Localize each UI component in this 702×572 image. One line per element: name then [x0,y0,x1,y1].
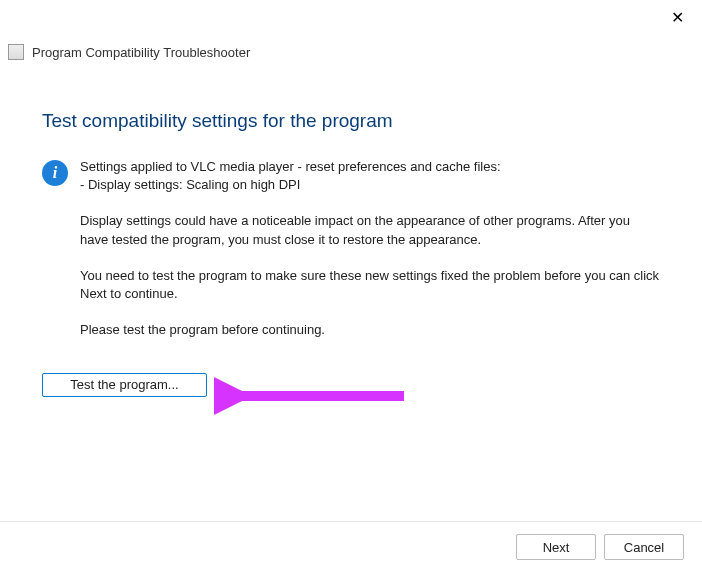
window-title: Program Compatibility Troubleshooter [32,45,250,60]
settings-line-2: - Display settings: Scaling on high DPI [80,176,660,194]
test-program-button[interactable]: Test the program... [42,373,207,397]
settings-summary: Settings applied to VLC media player - r… [80,158,660,194]
app-icon [8,44,24,60]
test-instruction: You need to test the program to make sur… [80,267,660,303]
content-area: Test compatibility settings for the prog… [42,110,660,397]
next-button[interactable]: Next [516,534,596,560]
info-icon: i [42,160,68,186]
test-prompt: Please test the program before continuin… [80,321,660,339]
cancel-button[interactable]: Cancel [604,534,684,560]
page-heading: Test compatibility settings for the prog… [42,110,660,132]
annotation-arrow [214,376,414,416]
window-header: Program Compatibility Troubleshooter [8,44,250,60]
display-warning: Display settings could have a noticeable… [80,212,660,248]
info-text: Settings applied to VLC media player - r… [80,158,660,357]
info-icon-glyph: i [53,165,57,181]
info-row: i Settings applied to VLC media player -… [42,158,660,357]
settings-line-1: Settings applied to VLC media player - r… [80,158,660,176]
close-button[interactable]: ✕ [671,10,684,26]
footer-divider [0,521,702,522]
footer-buttons: Next Cancel [516,534,684,560]
